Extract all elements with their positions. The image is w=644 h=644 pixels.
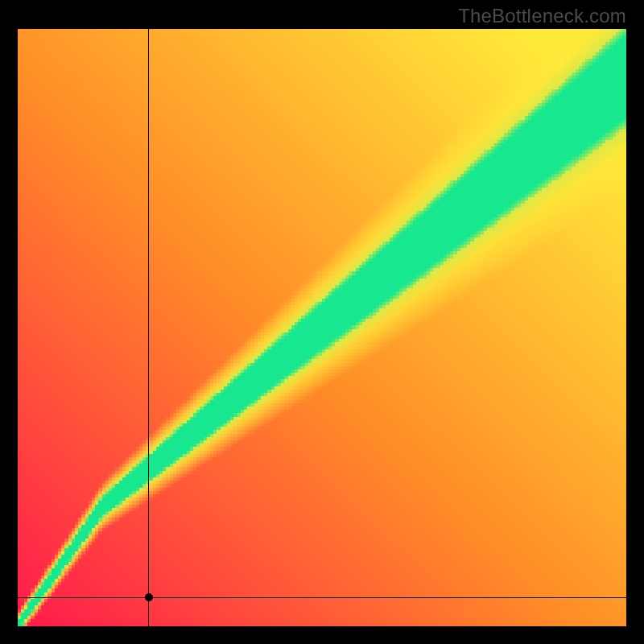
- watermark-text: TheBottleneck.com: [458, 5, 626, 27]
- plot-area: [18, 29, 626, 626]
- chart-frame: TheBottleneck.com: [0, 0, 644, 644]
- crosshair-horizontal: [18, 597, 626, 598]
- crosshair-dot: [145, 593, 153, 601]
- heatmap-canvas: [18, 29, 626, 626]
- crosshair-vertical: [148, 29, 149, 626]
